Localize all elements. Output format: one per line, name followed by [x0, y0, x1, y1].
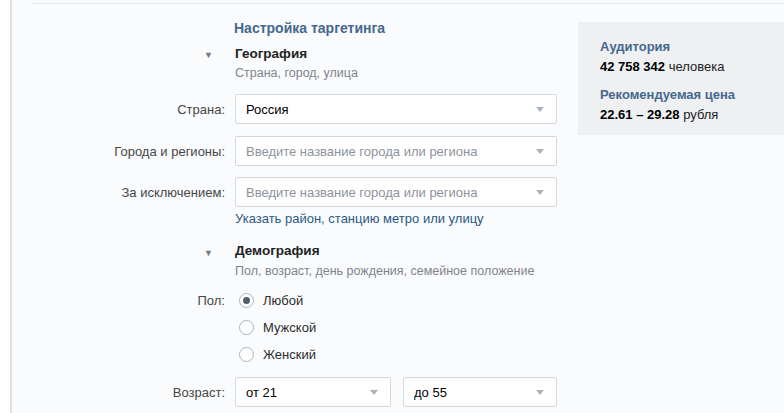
- radio-label: Любой: [263, 293, 303, 308]
- radio-label: Женский: [263, 347, 316, 362]
- chevron-down-icon: [536, 190, 544, 195]
- chevron-down-icon: [536, 107, 544, 112]
- exclude-combobox[interactable]: [235, 177, 557, 207]
- price-unit: рубля: [683, 107, 718, 122]
- radio-icon[interactable]: [239, 320, 254, 335]
- recommended-price-title: Рекомендуемая цена: [600, 87, 735, 102]
- exclude-input[interactable]: [246, 185, 530, 200]
- exclude-label: За исключением:: [0, 185, 225, 200]
- audience-unit: человека: [669, 59, 725, 74]
- demography-section-title[interactable]: Демография: [235, 243, 320, 258]
- cities-combobox[interactable]: [235, 136, 557, 166]
- demography-collapse-triangle-icon[interactable]: ▼: [204, 248, 213, 258]
- geography-section-title[interactable]: География: [235, 46, 307, 61]
- country-label: Страна:: [0, 102, 225, 117]
- gender-option-female[interactable]: Женский: [239, 346, 316, 362]
- price-range: 22.61 – 29.28: [600, 107, 680, 122]
- page-title: Настройка таргетинга: [234, 20, 385, 36]
- age-to-select[interactable]: до 55: [403, 377, 557, 407]
- age-from-value: от 21: [246, 385, 277, 400]
- country-selected-value: Россия: [246, 102, 289, 117]
- cities-label: Города и регионы:: [0, 144, 225, 159]
- audience-value-line: 42 758 342 человека: [600, 59, 724, 74]
- targeting-settings-page: Настройка таргетинга ▼ География Страна,…: [0, 0, 784, 413]
- geography-collapse-triangle-icon[interactable]: ▼: [204, 50, 213, 60]
- gender-label: Пол:: [0, 293, 225, 308]
- gender-option-male[interactable]: Мужской: [239, 319, 316, 335]
- cities-input[interactable]: [246, 144, 530, 159]
- price-value-line: 22.61 – 29.28 рубля: [600, 107, 718, 122]
- top-divider: [32, 3, 784, 4]
- country-select[interactable]: Россия: [235, 94, 557, 124]
- refine-location-link[interactable]: Указать район, станцию метро или улицу: [235, 211, 484, 226]
- chevron-down-icon: [370, 390, 378, 395]
- radio-label: Мужской: [263, 320, 316, 335]
- gender-option-any[interactable]: Любой: [239, 292, 303, 308]
- geography-section-subtitle: Страна, город, улица: [235, 66, 358, 80]
- age-label: Возраст:: [0, 385, 225, 400]
- chevron-down-icon: [536, 149, 544, 154]
- radio-icon[interactable]: [239, 347, 254, 362]
- demography-section-subtitle: Пол, возраст, день рождения, семейное по…: [235, 264, 534, 278]
- age-to-value: до 55: [414, 385, 447, 400]
- audience-title: Аудитория: [600, 39, 670, 54]
- radio-icon[interactable]: [239, 293, 254, 308]
- vertical-divider: [10, 0, 12, 413]
- left-margin: [0, 0, 10, 413]
- audience-count: 42 758 342: [600, 59, 665, 74]
- age-from-select[interactable]: от 21: [235, 377, 391, 407]
- chevron-down-icon: [536, 390, 544, 395]
